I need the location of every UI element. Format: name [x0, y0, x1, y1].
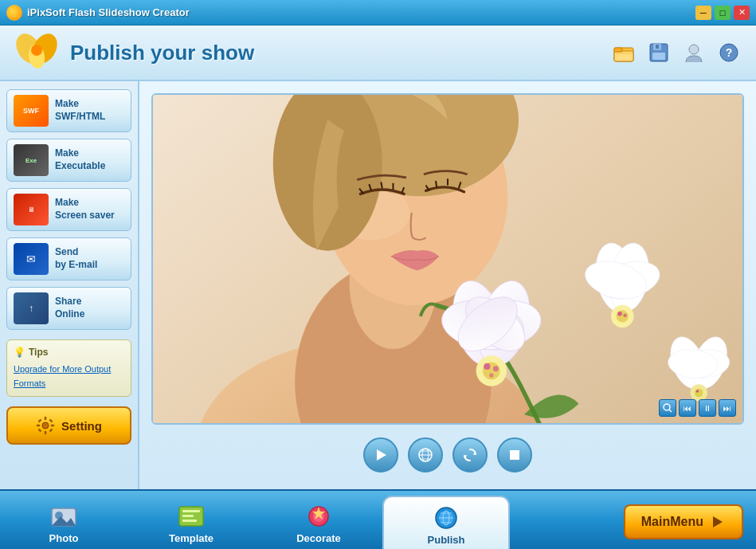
svg-rect-5	[614, 51, 633, 61]
svg-rect-19	[51, 425, 54, 426]
folder-button[interactable]	[609, 38, 638, 67]
user-button[interactable]	[680, 38, 708, 67]
maximize-button[interactable]: □	[715, 6, 731, 20]
send-email-label: Sendby E-mail	[55, 246, 97, 271]
svg-rect-22	[38, 429, 41, 432]
header: Publish your show	[0, 25, 756, 81]
main-menu-label: MainMenu	[641, 515, 703, 529]
make-swf-button[interactable]: SWF MakeSWF/HTML	[6, 89, 131, 132]
screensaver-icon: 🖥	[14, 194, 49, 225]
share-online-label: ShareOnline	[55, 296, 84, 320]
tab-photo[interactable]: Photo	[0, 499, 127, 549]
close-button[interactable]: ✕	[734, 6, 750, 20]
photo-tab-icon	[49, 504, 78, 532]
share-online-button[interactable]: ↑ ShareOnline	[6, 287, 131, 330]
make-executable-label: MakeExecutable	[55, 147, 105, 172]
make-screensaver-button[interactable]: 🖥 MakeScreen saver	[6, 188, 131, 231]
make-swf-label: MakeSWF/HTML	[55, 98, 105, 123]
publish-tab-label: Publish	[428, 534, 465, 546]
decorate-tab-label: Decorate	[296, 532, 341, 544]
svg-rect-10	[652, 53, 665, 60]
refresh-button[interactable]	[452, 437, 488, 473]
svg-rect-17	[45, 431, 46, 434]
preview-mini-controls: ⏮ ⏸ ⏭	[659, 399, 736, 417]
svg-point-49	[484, 363, 490, 370]
user-icon	[683, 41, 705, 64]
svg-rect-11	[656, 45, 659, 49]
svg-rect-23	[49, 429, 53, 432]
email-icon: ✉	[14, 243, 49, 275]
svg-text:?: ?	[726, 46, 733, 59]
preview-container: ⏮ ⏸ ⏭	[151, 93, 744, 425]
svg-rect-79	[510, 450, 519, 460]
fastforward-button[interactable]: ⏭	[719, 399, 736, 417]
template-tab-icon	[177, 504, 206, 532]
publish-tab-icon	[432, 505, 460, 534]
template-tab-label: Template	[169, 532, 213, 544]
help-icon: ?	[718, 41, 740, 64]
app-icon	[6, 5, 22, 21]
folder-icon	[613, 41, 635, 64]
refresh-icon	[462, 447, 478, 463]
svg-point-59	[623, 314, 626, 317]
svg-rect-84	[182, 510, 200, 512]
tips-section: 💡 Tips Upgrade for More Output Formats	[6, 339, 131, 397]
rewind-button[interactable]: ⏮	[679, 399, 696, 417]
help-button[interactable]: ?	[715, 38, 743, 67]
svg-point-50	[493, 366, 499, 371]
make-executable-button[interactable]: Exe MakeExecutable	[6, 139, 131, 182]
zoom-button[interactable]	[659, 399, 676, 417]
play-button[interactable]	[363, 437, 398, 473]
make-screensaver-label: MakeScreen saver	[55, 197, 115, 222]
sidebar: SWF MakeSWF/HTML Exe MakeExecutable 🖥 Ma…	[0, 81, 139, 489]
tips-title: 💡 Tips	[14, 347, 124, 358]
svg-line-34	[381, 182, 382, 188]
setting-button[interactable]: Setting	[6, 406, 131, 445]
header-toolbar: ?	[609, 38, 743, 67]
tab-template[interactable]: Template	[127, 499, 255, 549]
tips-link[interactable]: Upgrade for More Output Formats	[14, 364, 111, 388]
swf-icon: SWF	[14, 95, 49, 127]
svg-line-38	[436, 181, 437, 187]
svg-point-15	[42, 422, 49, 429]
svg-point-57	[617, 310, 629, 322]
pause-button[interactable]: ⏸	[699, 399, 716, 417]
svg-point-51	[489, 373, 493, 377]
svg-line-70	[669, 410, 672, 412]
svg-rect-86	[182, 520, 197, 522]
svg-marker-71	[377, 449, 386, 461]
lightbulb-icon: 💡	[14, 347, 25, 358]
save-button[interactable]	[644, 38, 673, 67]
svg-marker-95	[713, 516, 723, 527]
titlebar-controls: ─ □ ✕	[695, 6, 750, 20]
header-logo	[13, 33, 61, 73]
arrow-right-icon	[710, 514, 726, 530]
svg-rect-7	[616, 53, 632, 54]
svg-point-3	[31, 45, 42, 56]
main-menu-button[interactable]: MainMenu	[624, 504, 743, 539]
bottom-navigation: Photo Template Decorate Publish	[0, 489, 756, 549]
preview-image	[153, 95, 742, 423]
playback-controls	[151, 433, 744, 477]
svg-rect-18	[37, 425, 40, 426]
svg-point-66	[696, 390, 699, 393]
svg-rect-21	[49, 419, 53, 422]
titlebar-left: iPixSoft Flash Slideshow Creator	[6, 5, 190, 21]
svg-point-65	[695, 389, 703, 398]
minimize-button[interactable]: ─	[695, 6, 711, 20]
photo-tab-label: Photo	[49, 532, 79, 544]
svg-point-69	[664, 404, 670, 410]
stop-button[interactable]	[497, 437, 532, 473]
decorate-tab-icon	[304, 504, 333, 532]
browser-preview-button[interactable]	[408, 437, 443, 473]
tab-publish[interactable]: Publish	[382, 496, 510, 549]
send-email-button[interactable]: ✉ Sendby E-mail	[6, 237, 131, 280]
play-icon	[374, 448, 388, 462]
tab-decorate[interactable]: Decorate	[255, 499, 382, 549]
stop-icon	[508, 449, 521, 461]
main-area: SWF MakeSWF/HTML Exe MakeExecutable 🖥 Ma…	[0, 81, 756, 489]
app-title: iPixSoft Flash Slideshow Creator	[27, 6, 190, 18]
svg-rect-6	[614, 48, 622, 52]
executable-icon: Exe	[14, 144, 49, 176]
setting-label: Setting	[61, 419, 102, 433]
